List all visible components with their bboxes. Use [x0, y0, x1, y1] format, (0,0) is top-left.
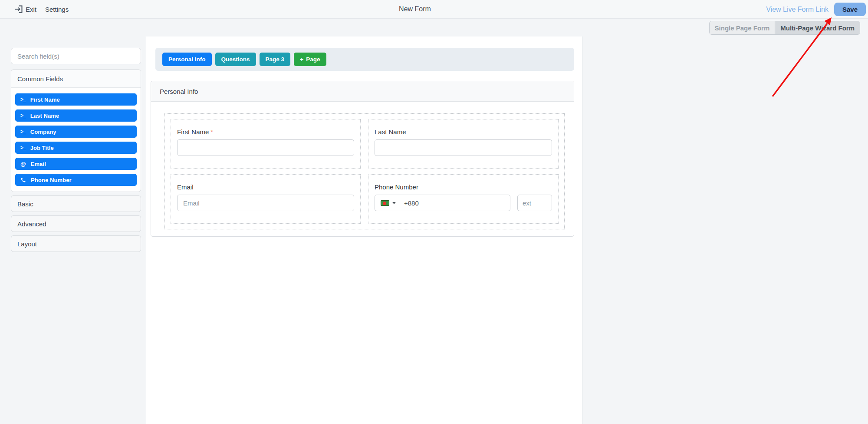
common-fields-list: >_ First Name >_ Last Name >_ Company >_…: [11, 88, 141, 192]
search-input[interactable]: [11, 48, 141, 64]
sidebar-section-basic[interactable]: Basic: [11, 195, 141, 212]
dial-code-value: +880: [404, 199, 419, 207]
single-page-form-button[interactable]: Single Page Form: [710, 21, 775, 34]
card-body: First Name* Last Name Email Phone Number: [151, 102, 574, 236]
tab-questions[interactable]: Questions: [215, 53, 256, 66]
field-label: Phone Number: [375, 183, 552, 191]
field-button-label: Job Title: [30, 145, 54, 151]
field-label: First Name*: [177, 128, 354, 136]
terminal-icon: >_: [20, 96, 26, 103]
page-tabs-bar: Personal Info Questions Page 3 + Page: [155, 48, 574, 71]
card-title: Personal Info: [151, 81, 574, 102]
field-button-company[interactable]: >_ Company: [15, 126, 137, 138]
personal-info-card: Personal Info First Name* Last Name Emai…: [151, 81, 574, 237]
field-button-first-name[interactable]: >_ First Name: [15, 93, 137, 106]
sidebar-section-layout[interactable]: Layout: [11, 235, 141, 252]
exit-icon: [14, 5, 23, 13]
page-title: New Form: [399, 5, 431, 13]
exit-label: Exit: [26, 6, 36, 13]
at-icon: @: [20, 161, 26, 167]
field-button-last-name[interactable]: >_ Last Name: [15, 109, 137, 122]
field-button-label: Company: [30, 129, 56, 135]
bangladesh-flag-icon: [381, 200, 389, 206]
page-dropzone: First Name* Last Name Email Phone Number: [164, 113, 565, 229]
field-button-label: Email: [31, 161, 46, 167]
terminal-icon: >_: [20, 145, 26, 151]
first-name-input[interactable]: [177, 139, 354, 156]
field-button-label: Phone Number: [31, 177, 72, 183]
mode-toolbar: Single Page Form Multi-Page Wizard Form: [0, 19, 868, 36]
phone-input-row: +880: [375, 195, 552, 211]
field-button-phone-number[interactable]: Phone Number: [15, 174, 137, 186]
tab-personal-info[interactable]: Personal Info: [162, 53, 212, 66]
country-select-caret-icon[interactable]: [392, 202, 396, 204]
field-cell-phone-number[interactable]: Phone Number +880: [368, 174, 559, 224]
tab-page-3[interactable]: Page 3: [260, 53, 291, 66]
field-button-job-title[interactable]: >_ Job Title: [15, 142, 137, 154]
terminal-icon: >_: [20, 129, 26, 135]
multi-page-wizard-form-button[interactable]: Multi-Page Wizard Form: [775, 21, 860, 34]
sidebar-section-advanced[interactable]: Advanced: [11, 215, 141, 232]
field-label: Last Name: [375, 128, 552, 136]
email-input[interactable]: [177, 195, 354, 211]
phone-icon: [20, 177, 26, 183]
top-navbar: Exit Settings New Form View Live Form Li…: [0, 0, 868, 19]
field-label: Email: [177, 183, 354, 191]
field-button-email[interactable]: @ Email: [15, 158, 137, 170]
add-page-label: Page: [306, 56, 320, 63]
terminal-icon: >_: [20, 113, 26, 119]
form-canvas: Personal Info Questions Page 3 + Page Pe…: [146, 36, 582, 424]
phone-ext-input[interactable]: [517, 195, 552, 211]
field-cell-email[interactable]: Email: [171, 174, 361, 224]
field-button-label: First Name: [30, 96, 60, 103]
add-page-button[interactable]: + Page: [294, 53, 326, 66]
plus-icon: +: [300, 56, 303, 63]
phone-input[interactable]: +880: [375, 195, 510, 211]
field-cell-first-name[interactable]: First Name*: [171, 119, 361, 169]
exit-button[interactable]: Exit: [14, 5, 36, 13]
required-asterisk: *: [210, 128, 213, 136]
view-live-form-link[interactable]: View Live Form Link: [766, 6, 829, 13]
settings-button[interactable]: Settings: [45, 6, 69, 13]
save-button[interactable]: Save: [834, 3, 866, 16]
common-fields-header[interactable]: Common Fields: [11, 70, 141, 88]
field-cell-last-name[interactable]: Last Name: [368, 119, 559, 169]
fields-sidebar: Common Fields >_ First Name >_ Last Name…: [11, 48, 141, 252]
common-fields-panel: Common Fields >_ First Name >_ Last Name…: [11, 70, 141, 192]
form-mode-toggle: Single Page Form Multi-Page Wizard Form: [709, 21, 860, 35]
field-button-label: Last Name: [30, 113, 59, 119]
last-name-input[interactable]: [375, 139, 552, 156]
